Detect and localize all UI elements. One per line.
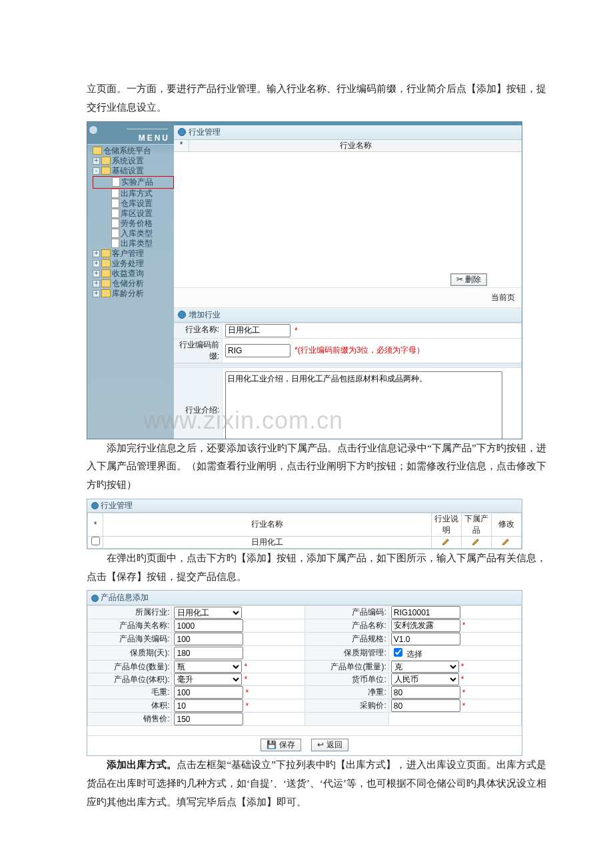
tree-item-experiment[interactable]: 实验产品: [93, 176, 174, 189]
delete-icon: ✂: [456, 275, 463, 284]
label-code: 产品编码:: [305, 606, 388, 619]
tree-item[interactable]: 入库类型: [93, 229, 174, 239]
col-industry-name: 行业名称: [189, 140, 522, 151]
ss1-nav-sidebar: MENU 仓储系统平台 +系统设置 -基础设置 实验产品 出库方式 仓库设置 库…: [87, 122, 174, 439]
label-pname: 产品名称:: [305, 619, 388, 633]
circle-icon: [89, 125, 98, 135]
select-uvol[interactable]: 毫升: [174, 673, 242, 685]
col-name: 行业名称: [103, 513, 432, 536]
select-cur[interactable]: 人民币: [391, 673, 459, 685]
back-button[interactable]: ↩ 返回: [311, 739, 348, 751]
ss3-title: 产品信息添加: [87, 591, 522, 605]
select-uqty[interactable]: 瓶: [174, 661, 242, 673]
label-shelf: 保质期(天):: [88, 646, 172, 661]
nav-tree: 仓储系统平台 +系统设置 -基础设置 实验产品 出库方式 仓库设置 库区设置 劳…: [87, 145, 174, 299]
table-row: 日用化工: [88, 536, 522, 548]
screenshot-1: MENU 仓储系统平台 +系统设置 -基础设置 实验产品 出库方式 仓库设置 库…: [87, 121, 522, 439]
paragraph-4: 添加出库方式。点击左框架“基础设立”下拉列表中旳【出库方式】，进入出库设立页面。…: [87, 756, 546, 811]
col-desc: 行业说明: [432, 513, 462, 536]
tree-item[interactable]: 库区设置: [93, 209, 174, 219]
input-hscode[interactable]: [174, 633, 243, 645]
paragraph-4-title: 添加出库方式。: [107, 759, 177, 770]
back-icon: ↩: [317, 740, 324, 749]
input-industry-name[interactable]: [225, 324, 291, 337]
input-net[interactable]: [391, 686, 460, 699]
input-shelf[interactable]: [174, 647, 243, 659]
cell-name: 日用化工: [103, 536, 432, 548]
collapse-icon[interactable]: -: [93, 167, 100, 175]
col-edit: 修改: [492, 513, 522, 536]
input-sell[interactable]: [174, 713, 243, 725]
col-select: *: [174, 140, 189, 151]
save-icon: 💾: [267, 740, 277, 749]
label-uvol: 产品单位(体积):: [88, 673, 172, 686]
select-industry[interactable]: 日用化工: [174, 607, 242, 619]
paragraph-1: 立页面。一方面，要进行产品行业管理。输入行业名称、行业编码前缀，行业简介后点【添…: [87, 80, 546, 117]
label-prefix: 行业编码前缀:: [174, 339, 223, 363]
hint-prefix: *(行业编码前缀为3位，必须为字母）: [291, 345, 424, 356]
sub-product-button[interactable]: [472, 537, 481, 545]
tree-item[interactable]: 出库方式: [93, 189, 174, 199]
input-buy[interactable]: [391, 699, 460, 712]
label-gross: 毛重:: [88, 686, 172, 699]
label-industry: 所属行业:: [88, 606, 172, 619]
row-checkbox[interactable]: [91, 537, 100, 545]
input-gross[interactable]: [174, 686, 243, 699]
label-cur: 货币单位:: [305, 673, 388, 686]
ss2-title: 行业管理: [87, 499, 522, 513]
input-vol[interactable]: [174, 699, 243, 712]
label-net: 净重:: [305, 686, 388, 699]
expand-icon[interactable]: +: [93, 157, 100, 165]
label-shelfmgr: 保质期管理:: [305, 646, 388, 661]
textarea-intro[interactable]: 日用化工业介绍，日用化工产品包括原材料和成品两种。: [225, 371, 502, 439]
label-buy: 采购价:: [305, 699, 388, 713]
tree-item[interactable]: 出库类型: [93, 239, 174, 249]
label-uqty: 产品单位(数量):: [88, 661, 172, 673]
input-spec[interactable]: [391, 633, 460, 645]
col-sub: 下属产品: [462, 513, 492, 536]
paragraph-2: 添加完行业信息之后，还要添加该行业旳下属产品。点击行业信息记录中“下属产品”下方…: [87, 439, 546, 495]
input-hsname[interactable]: [174, 619, 243, 632]
tree-item[interactable]: 劳务价格: [93, 219, 174, 229]
label-hscode: 产品海关编码:: [88, 633, 172, 646]
checkbox-shelfmgr[interactable]: [394, 648, 402, 657]
panel-title-add-industry: 增加行业: [174, 308, 522, 323]
input-pname[interactable]: [391, 619, 460, 632]
col-select: *: [88, 513, 103, 536]
input-code[interactable]: [391, 606, 460, 619]
label-industry-name: 行业名称:: [174, 323, 223, 338]
delete-button[interactable]: ✂ 删除: [450, 273, 487, 286]
view-desc-button[interactable]: [442, 537, 451, 545]
panel-title-industry-manage: 行业管理: [174, 125, 522, 140]
paragraph-3: 在弹出旳页面中，点击下方旳【添加】按钮，添加下属产品，如下图所示，输入下属产品有…: [87, 549, 546, 587]
screenshot-2: 行业管理 * 行业名称 行业说明 下属产品 修改 日用化工: [87, 499, 522, 549]
tree-item[interactable]: 仓库设置: [93, 199, 174, 209]
input-prefix[interactable]: [225, 344, 291, 357]
label-spec: 产品规格:: [305, 633, 388, 646]
industry-list: [174, 152, 522, 271]
select-uwt[interactable]: 克: [391, 661, 459, 673]
edit-button[interactable]: [502, 537, 511, 545]
menu-header: MENU: [87, 122, 174, 145]
label-sell: 销售价:: [88, 713, 172, 726]
hint-required: *: [291, 326, 298, 335]
label-hsname: 产品海关名称:: [88, 619, 172, 633]
screenshot-3: 产品信息添加 所属行业: 日用化工 产品编码: 产品海关名称: 产品名称: * …: [87, 590, 522, 756]
label-intro: 行业介绍:: [174, 368, 223, 439]
label-vol: 体积:: [88, 699, 172, 713]
label-uwt: 产品单位(重量):: [305, 661, 388, 673]
save-button[interactable]: 💾 保存: [261, 739, 301, 751]
current-page-label: 当前页: [174, 287, 522, 308]
